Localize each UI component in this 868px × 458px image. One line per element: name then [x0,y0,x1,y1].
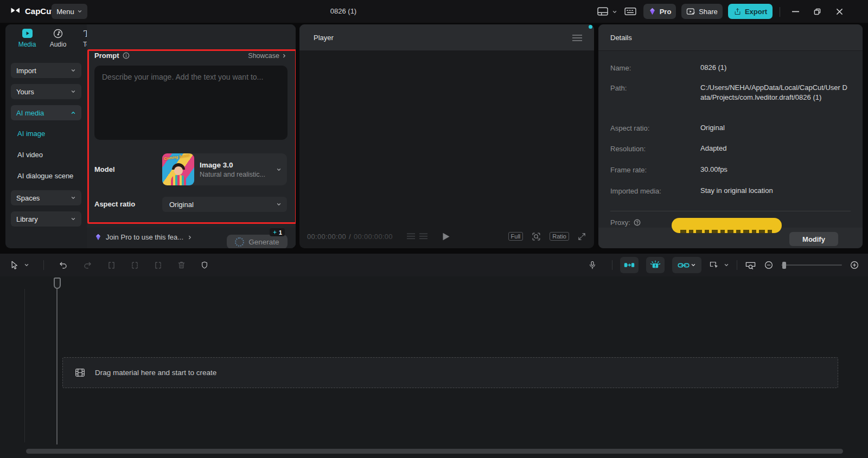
burst-icon [650,260,661,270]
info-icon[interactable] [123,52,130,59]
magnet-icon [624,261,635,269]
main-track-magnet-toggle[interactable] [620,257,639,273]
detail-label: Path: [610,84,627,92]
mask-button[interactable] [200,260,209,270]
maximize-button[interactable] [814,8,821,15]
detail-value: C:/Users/NEHA/AppData/Local/CapCut/User … [700,83,848,102]
full-quality-badge[interactable]: Full [508,232,524,241]
showcase-link[interactable]: Showcase [248,52,287,60]
details-title: Details [610,34,632,42]
toolbar-divider [612,260,612,270]
playhead-line [56,288,58,444]
menu-button[interactable]: Menu [52,4,87,19]
slider-handle[interactable] [782,262,786,269]
hamburger-icon [572,35,582,41]
generate-label: Generate [248,238,279,246]
sidebar-item-yours[interactable]: Yours [11,84,81,99]
delete-left-button[interactable] [130,261,139,270]
sidebar-item-ai-dialogue-scene[interactable]: AI dialogue scene [17,172,73,180]
sidebar-item-library[interactable]: Library [11,211,81,227]
aspect-ratio-value: Original [169,201,194,209]
share-label: Share [699,8,718,16]
sidebar-item-import[interactable]: Import [11,63,81,78]
details-divider [610,211,851,211]
chevron-down-icon [276,202,282,207]
model-thumbnail: Coming Soon! [162,153,194,185]
sidebar-item-ai-media[interactable]: AI media [11,105,81,120]
pro-button[interactable]: Pro [643,4,676,19]
toolbar-divider [43,260,44,270]
chevron-up-icon [71,110,76,115]
pro-diamond-icon [94,234,102,241]
restore-icon [814,8,821,15]
layout-switch-button[interactable] [597,7,609,16]
export-label: Export [745,8,767,16]
zoom-out-button[interactable] [764,260,774,270]
horizontal-scrollbar[interactable] [26,449,843,454]
timeline-drop-zone[interactable]: Drag material here and start to create [62,357,838,388]
redo-button[interactable] [82,260,93,270]
play-button[interactable] [443,233,450,241]
spark-icon [272,230,277,235]
player-menu-button[interactable] [572,35,582,41]
tab-media[interactable]: Media [15,28,39,48]
sidebar-item-spaces[interactable]: Spaces [11,190,81,205]
shortcut-keys-button[interactable] [624,7,637,16]
player-header: Player [299,24,594,51]
help-icon[interactable] [634,219,641,226]
aspect-ratio-select[interactable]: Original [162,197,287,212]
link-toggle[interactable] [672,257,701,273]
record-voiceover-button[interactable] [588,260,597,270]
chevron-down-icon [71,216,76,222]
model-name: Image 3.0 [200,161,265,169]
minimize-button[interactable] [792,11,799,12]
split-icon [107,261,116,270]
generate-button[interactable]: Generate [227,235,288,248]
share-button[interactable]: Share [681,4,723,19]
prompt-input[interactable] [94,66,288,140]
detail-label: Imported media: [610,187,661,195]
export-icon [733,8,742,16]
sidebar-item-label: AI media [16,109,44,117]
proxy-highlight-pill [672,218,782,233]
audio-icon [53,28,63,39]
undo-button[interactable] [58,260,68,270]
tab-audio[interactable]: Audio [46,28,70,48]
cursor-icon [10,260,19,270]
model-select[interactable]: Coming Soon! Image 3.0 Natural and reali… [162,153,287,185]
playback-option-icons [407,233,427,240]
app-logo: CapCut [10,5,54,16]
select-tool-button[interactable] [10,260,19,270]
detail-label: Name: [610,64,631,72]
split-button[interactable] [107,261,116,270]
fullscreen-button[interactable] [577,232,586,241]
chevron-down-icon [691,262,696,268]
timeline-preview-button[interactable] [745,261,756,270]
export-button[interactable]: Export [728,4,773,19]
ratio-badge[interactable]: Ratio [550,232,569,241]
capcut-logo-icon [10,5,21,16]
sidebar-item-label: Import [16,67,36,75]
delete-button[interactable] [177,260,186,270]
timeline-zoom-slider[interactable] [781,265,842,266]
playhead-handle[interactable] [54,278,61,289]
redo-icon [82,260,93,270]
join-pro-link[interactable]: Join Pro to use this fea... [94,233,193,241]
detail-value: 30.00fps [700,165,848,175]
time-separator: / [349,233,351,241]
drop-hint-text: Drag material here and start to create [95,369,216,377]
tab-label: Media [18,41,36,48]
modify-button[interactable]: Modify [789,232,838,246]
layout-chevron-icon[interactable] [612,9,617,15]
sidebar-item-ai-image[interactable]: AI image [17,130,45,138]
minimize-icon [792,11,799,12]
adapt-zoom-button[interactable] [531,231,541,242]
close-button[interactable] [836,8,843,15]
chevron-down-icon[interactable] [24,262,29,268]
auto-snap-toggle[interactable] [646,257,665,273]
delete-right-button[interactable] [154,261,163,270]
zoom-in-button[interactable] [850,260,859,270]
sidebar-item-ai-video[interactable]: AI video [17,151,43,159]
zoom-out-icon [764,260,774,270]
select-mode-button[interactable] [709,260,729,270]
